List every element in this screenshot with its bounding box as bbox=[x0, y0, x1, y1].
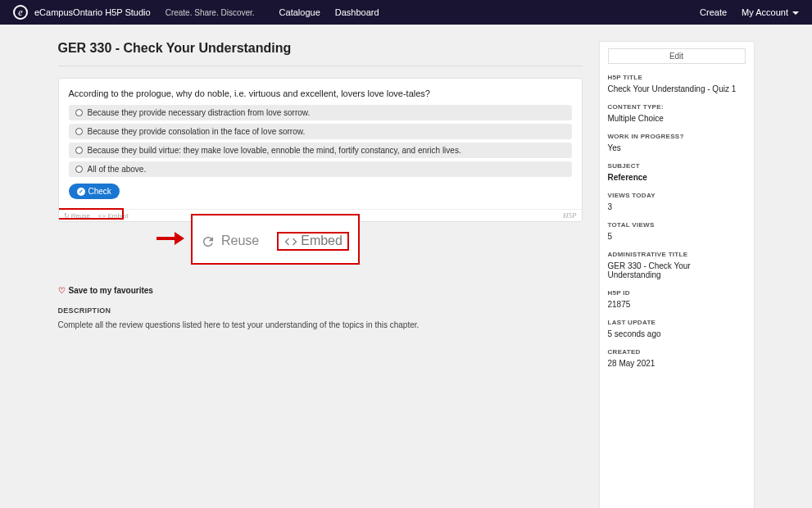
annotation-callout: Reuse Embed bbox=[157, 214, 583, 271]
description-label: DESCRIPTION bbox=[58, 306, 583, 315]
option-label: Because they provide necessary distracti… bbox=[88, 108, 311, 117]
meta-label: CONTENT TYPE: bbox=[608, 103, 746, 111]
meta-label: H5P ID bbox=[608, 289, 746, 297]
check-icon: ✓ bbox=[77, 188, 85, 196]
edit-button[interactable]: Edit bbox=[608, 48, 746, 64]
arrow-icon bbox=[157, 232, 184, 247]
meta-value-last-update: 5 seconds ago bbox=[608, 329, 746, 338]
radio-icon bbox=[75, 166, 83, 173]
meta-value-h5p-title: Check Your Understanding - Quiz 1 bbox=[608, 84, 746, 93]
reuse-link-small[interactable]: ↻ Reuse bbox=[64, 212, 90, 220]
meta-label: LAST UPDATE bbox=[608, 319, 746, 326]
embed-link-small[interactable]: <> Embed bbox=[98, 212, 129, 220]
embed-button[interactable]: Embed bbox=[277, 232, 349, 251]
description-text: Complete all the review questions listed… bbox=[58, 320, 583, 331]
metadata-sidebar: Edit H5P TITLE Check Your Understanding … bbox=[599, 41, 755, 508]
meta-value-views-today: 3 bbox=[608, 202, 746, 211]
h5p-quiz: According to the prologue, why do noble,… bbox=[58, 78, 583, 222]
option-label: Because they build virtue: they make lov… bbox=[88, 146, 461, 155]
radio-icon bbox=[75, 147, 83, 154]
meta-value-subject: Reference bbox=[608, 173, 746, 182]
meta-value-wip: Yes bbox=[608, 143, 746, 152]
meta-value-admin-title: GER 330 - Check Your Understanding bbox=[608, 261, 746, 279]
option-label: Because they provide consolation in the … bbox=[88, 127, 306, 136]
quiz-option[interactable]: All of the above. bbox=[69, 161, 572, 177]
tagline: Create. Share. Discover. bbox=[166, 8, 255, 17]
meta-value-total-views: 5 bbox=[608, 232, 746, 241]
meta-label: VIEWS TODAY bbox=[608, 192, 746, 199]
meta-label: SUBJECT bbox=[608, 162, 746, 170]
svg-marker-1 bbox=[175, 232, 184, 245]
nav-my-account[interactable]: My Account bbox=[742, 7, 799, 17]
quiz-option[interactable]: Because they provide necessary distracti… bbox=[69, 105, 572, 120]
chevron-down-icon bbox=[792, 11, 799, 15]
brand[interactable]: e eCampusOntario H5P Studio bbox=[13, 5, 151, 20]
logo-icon: e bbox=[13, 5, 28, 20]
quiz-option[interactable]: Because they provide consolation in the … bbox=[69, 124, 572, 139]
highlight-box-zoom: Reuse Embed bbox=[191, 214, 360, 265]
title-divider bbox=[58, 66, 583, 66]
main-column: GER 330 - Check Your Understanding Accor… bbox=[58, 41, 583, 331]
save-fav-label: Save to my favourites bbox=[69, 286, 153, 295]
meta-label: H5P TITLE bbox=[608, 74, 746, 81]
save-favourite[interactable]: ♡ Save to my favourites bbox=[58, 286, 583, 295]
code-icon bbox=[284, 234, 301, 249]
meta-label: CREATED bbox=[608, 348, 746, 356]
check-label: Check bbox=[88, 187, 111, 196]
check-button[interactable]: ✓ Check bbox=[69, 184, 120, 199]
quiz-option[interactable]: Because they build virtue: they make lov… bbox=[69, 143, 572, 158]
option-label: All of the above. bbox=[88, 165, 147, 174]
meta-label: ADMINISTRATIVE TITLE bbox=[608, 251, 746, 258]
top-navbar: e eCampusOntario H5P Studio Create. Shar… bbox=[0, 0, 812, 25]
quiz-question: According to the prologue, why do noble,… bbox=[69, 88, 572, 98]
quiz-options: Because they provide necessary distracti… bbox=[69, 105, 572, 177]
meta-value-content-type: Multiple Choice bbox=[608, 114, 746, 123]
heart-icon: ♡ bbox=[58, 286, 66, 295]
nav-dashboard[interactable]: Dashboard bbox=[335, 7, 379, 17]
meta-value-h5p-id: 21875 bbox=[608, 300, 746, 309]
page-title: GER 330 - Check Your Understanding bbox=[58, 41, 583, 56]
brand-text: eCampusOntario H5P Studio bbox=[34, 7, 151, 17]
radio-icon bbox=[75, 109, 83, 116]
nav-catalogue[interactable]: Catalogue bbox=[279, 7, 320, 17]
meta-label: WORK IN PROGRESS? bbox=[608, 133, 746, 140]
meta-label: TOTAL VIEWS bbox=[608, 221, 746, 229]
meta-value-created: 28 May 2021 bbox=[608, 359, 746, 368]
radio-icon bbox=[75, 128, 83, 135]
nav-create[interactable]: Create bbox=[700, 7, 727, 17]
refresh-icon bbox=[201, 234, 215, 249]
reuse-button[interactable]: Reuse bbox=[201, 234, 260, 249]
